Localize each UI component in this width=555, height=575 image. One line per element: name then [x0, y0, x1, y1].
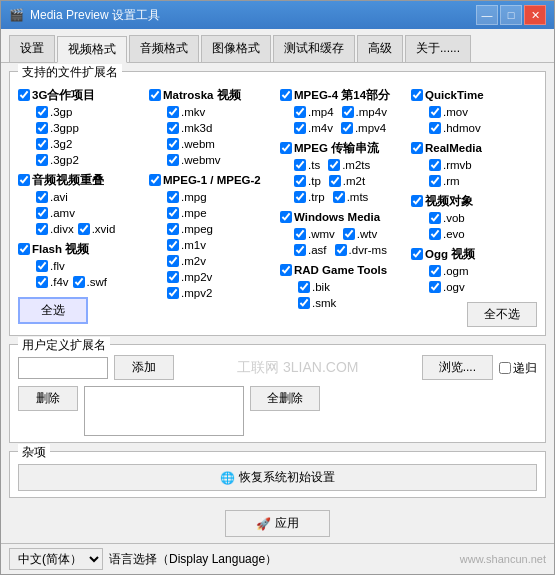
col4: QuickTime .mov .hdmov RealMedia .rmvb .r…: [411, 84, 537, 327]
check-avi: .avi: [32, 189, 144, 205]
tab-advanced[interactable]: 高级: [357, 35, 403, 62]
minimize-button[interactable]: —: [476, 5, 498, 25]
check-3gp: .3gp: [32, 104, 144, 120]
maximize-button[interactable]: □: [500, 5, 522, 25]
user-ext-row2: 删除 全删除: [18, 386, 537, 436]
check-matroska-group[interactable]: [149, 89, 161, 101]
language-dropdown[interactable]: 中文(简体）: [9, 548, 103, 570]
group-avi-header: 音频视频重叠: [18, 172, 144, 188]
group-matroska-header: Matroska 视频: [149, 87, 275, 103]
apply-label: 应用: [275, 515, 299, 532]
recurse-check: 递归: [499, 360, 537, 376]
misc-section: 杂项 🌐 恢复系统初始设置: [9, 451, 546, 498]
group-3g-header: 3G合作项目: [18, 87, 144, 103]
tab-test-cache[interactable]: 测试和缓存: [273, 35, 355, 62]
language-label: 语言选择（Display Language）: [109, 551, 277, 568]
group-vob-header: 视频对象: [411, 193, 537, 209]
group-real-header: RealMedia: [411, 140, 537, 156]
group-matroska-items: .mkv .mk3d .webm .webmv: [149, 104, 275, 168]
user-ext-list[interactable]: [84, 386, 244, 436]
check-webm: .webm: [163, 136, 275, 152]
file-ext-label: 支持的文件扩展名: [18, 64, 122, 81]
group-mpeg4-header: MPEG-4 第14部分: [280, 87, 406, 103]
group-mpegts-header: MPEG 传输串流: [280, 140, 406, 156]
check-qt-group[interactable]: [411, 89, 423, 101]
check-winmedia-group[interactable]: [280, 211, 292, 223]
tab-audio-format[interactable]: 音频格式: [129, 35, 199, 62]
add-button[interactable]: 添加: [114, 355, 174, 380]
group-mpeg12-header: MPEG-1 / MPEG-2: [149, 172, 275, 188]
recurse-checkbox[interactable]: [499, 362, 511, 374]
apply-button[interactable]: 🚀 应用: [225, 510, 330, 537]
check-divx-row: .divx .xvid: [32, 221, 144, 237]
check-vob: .vob: [425, 210, 537, 226]
close-button[interactable]: ✕: [524, 5, 546, 25]
misc-label: 杂项: [18, 444, 50, 461]
check-mpegts-group[interactable]: [280, 142, 292, 154]
select-none-button[interactable]: 全不选: [467, 302, 537, 327]
check-smk: .smk: [294, 295, 406, 311]
user-ext-section: 用户定义扩展名 添加 工联网 3LIAN.COM 浏览.... 递归 删除 全删…: [9, 344, 546, 443]
apply-btn-row: 🚀 应用: [9, 510, 546, 537]
browse-button[interactable]: 浏览....: [422, 355, 493, 380]
group-rad-header: RAD Game Tools: [280, 262, 406, 278]
check-3g2: .3g2: [32, 136, 144, 152]
select-all-button[interactable]: 全选: [18, 297, 88, 324]
title-bar: 🎬 Media Preview 设置工具 — □ ✕: [1, 1, 554, 29]
select-all-btn-container: 全选: [18, 297, 144, 324]
check-ogg-group[interactable]: [411, 248, 423, 260]
delete-button[interactable]: 删除: [18, 386, 78, 411]
tab-video-format[interactable]: 视频格式: [57, 36, 127, 63]
check-mov: .mov: [425, 104, 537, 120]
select-none-btn-container: 全不选: [411, 302, 537, 327]
check-ogv: .ogv: [425, 279, 537, 295]
check-vob-group[interactable]: [411, 195, 423, 207]
check-amv: .amv: [32, 205, 144, 221]
user-ext-input[interactable]: [18, 357, 108, 379]
tab-image-format[interactable]: 图像格式: [201, 35, 271, 62]
check-rm: .rm: [425, 173, 537, 189]
group-mpeg12-items: .mpg .mpe .mpeg .m1v .m2v .mp2v .mpv2: [149, 189, 275, 301]
check-mp2v: .mp2v: [163, 269, 275, 285]
check-mkv: .mkv: [163, 104, 275, 120]
group-winmedia-items: .wmv .wtv .asf .dvr-ms: [280, 226, 406, 258]
tab-settings[interactable]: 设置: [9, 35, 55, 62]
col3: MPEG-4 第14部分 .mp4 .mp4v .m4v .mpv4: [280, 84, 406, 327]
check-flash-group[interactable]: [18, 243, 30, 255]
check-mpv2: .mpv2: [163, 285, 275, 301]
delete-all-button[interactable]: 全删除: [250, 386, 320, 411]
check-real-group[interactable]: [411, 142, 423, 154]
col1: 3G合作项目 .3gp .3gpp .3g2 .3gp2 音频视频重叠 .a: [18, 84, 144, 327]
check-f4v-row: .f4v .swf: [32, 274, 144, 290]
group-vob-items: .vob .evo: [411, 210, 537, 242]
restore-button[interactable]: 🌐 恢复系统初始设置: [18, 464, 537, 491]
group-rad-items: .bik .smk: [280, 279, 406, 311]
check-mpeg12-group[interactable]: [149, 174, 161, 186]
check-evo: .evo: [425, 226, 537, 242]
window-title: Media Preview 设置工具: [30, 7, 160, 24]
watermark-text: 工联网 3LIAN.COM: [180, 359, 416, 377]
tab-about[interactable]: 关于......: [405, 35, 471, 62]
restore-label: 恢复系统初始设置: [239, 469, 335, 486]
check-webmv: .webmv: [163, 152, 275, 168]
group-avi-items: .avi .amv .divx .xvid: [18, 189, 144, 237]
check-3g[interactable]: [18, 89, 30, 101]
group-mpeg4-items: .mp4 .mp4v .m4v .mpv4: [280, 104, 406, 136]
check-mpeg4-group[interactable]: [280, 89, 292, 101]
check-m2v: .m2v: [163, 253, 275, 269]
group-qt-items: .mov .hdmov: [411, 104, 537, 136]
group-flash-items: .flv .f4v .swf: [18, 258, 144, 290]
check-mpeg: .mpeg: [163, 221, 275, 237]
group-mpegts-items: .ts .m2ts .tp .m2t .trp .mts: [280, 157, 406, 205]
group-qt-header: QuickTime: [411, 87, 537, 103]
check-mk3d: .mk3d: [163, 120, 275, 136]
check-rad-group[interactable]: [280, 264, 292, 276]
file-ext-group: 支持的文件扩展名 3G合作项目 .3gp .3gpp .3g2 .3gp2: [9, 71, 546, 336]
check-m1v: .m1v: [163, 237, 275, 253]
check-avi-group[interactable]: [18, 174, 30, 186]
user-ext-row1: 添加 工联网 3LIAN.COM 浏览.... 递归: [18, 355, 537, 380]
main-content: 支持的文件扩展名 3G合作项目 .3gp .3gpp .3g2 .3gp2: [1, 63, 554, 543]
check-bik: .bik: [294, 279, 406, 295]
check-rmvb: .rmvb: [425, 157, 537, 173]
group-ogg-items: .ogm .ogv: [411, 263, 537, 295]
